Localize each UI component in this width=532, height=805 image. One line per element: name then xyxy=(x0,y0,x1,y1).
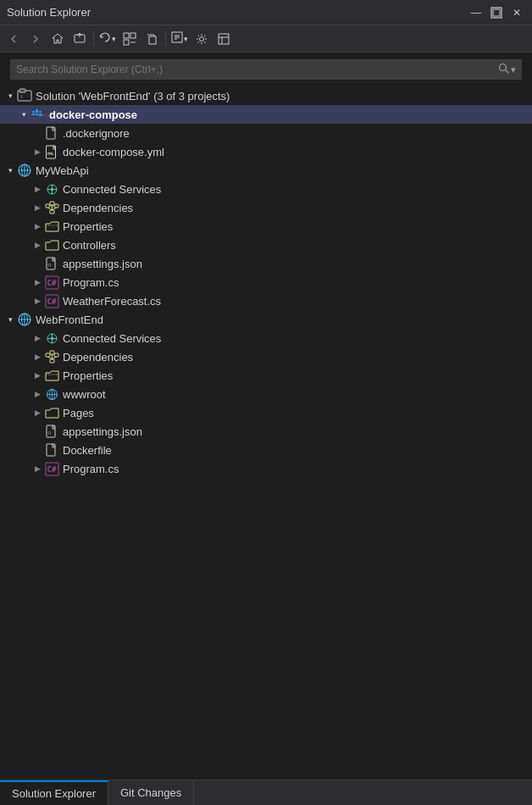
globe-icon-wwwroot xyxy=(44,386,59,402)
csharp-icon-webfrontend-program: C# xyxy=(44,461,59,476)
tree-item-dockerignore[interactable]: .dockerignore xyxy=(0,124,532,142)
svg-rect-62 xyxy=(50,351,54,354)
mywebapi-deps-expand: ▶ xyxy=(30,201,44,214)
forward-button[interactable] xyxy=(25,29,46,49)
svg-rect-20 xyxy=(36,109,38,111)
svg-point-10 xyxy=(500,64,507,71)
search-input[interactable] xyxy=(16,64,498,75)
tab-git-changes-label: Git Changes xyxy=(120,786,181,799)
webpublish-button[interactable] xyxy=(69,29,90,49)
mywebapi-connected-label: Connected Services xyxy=(63,183,161,196)
svg-point-56 xyxy=(50,336,53,340)
svg-text:S: S xyxy=(20,94,23,99)
svg-rect-14 xyxy=(32,111,35,113)
docker-compose-yml-label: docker-compose.yml xyxy=(63,146,164,158)
webfrontend-icon xyxy=(17,312,32,327)
mywebapi-deps-label: Dependencies xyxy=(63,202,133,214)
tree-item-webfrontend-connected[interactable]: ▶ Connected Services xyxy=(0,329,532,347)
dependencies-icon-webfrontend xyxy=(44,349,59,364)
tree-item-webfrontend-dockerfile[interactable]: Dockerfile xyxy=(0,441,532,459)
svg-point-8 xyxy=(200,36,204,41)
close-button[interactable]: ✕ xyxy=(508,4,525,21)
tree-item-mywebapi-deps[interactable]: ▶ Dependencies xyxy=(0,198,532,217)
pin-button[interactable]: — xyxy=(468,4,485,21)
search-bar[interactable]: ▾ xyxy=(10,59,522,80)
refresh-chevron: ▾ xyxy=(112,35,116,43)
webfrontend-props-expand: ▶ xyxy=(30,369,44,382)
pin-dock-button[interactable] xyxy=(488,4,505,21)
tree-item-mywebapi-connected[interactable]: ▶ Connected Services xyxy=(0,180,532,198)
mywebapi-program-expand: ▶ xyxy=(30,275,44,289)
svg-line-66 xyxy=(47,357,52,359)
tree-container[interactable]: ▾ S Solution 'WebFrontEnd' (3 of 3 proje… xyxy=(0,86,532,780)
svg-rect-19 xyxy=(39,114,42,115)
tree-item-mywebapi-props[interactable]: ▶ Properties xyxy=(0,217,532,236)
tab-git-changes[interactable]: Git Changes xyxy=(108,780,194,805)
mywebapi-program-label: Program.cs xyxy=(63,276,119,289)
svg-text:YML: YML xyxy=(47,152,53,156)
webfrontend-connected-expand: ▶ xyxy=(30,331,44,345)
svg-rect-35 xyxy=(50,202,54,205)
copy-button[interactable] xyxy=(141,29,162,49)
yml-icon: YML xyxy=(44,144,59,159)
tree-item-mywebapi-weatherforecast[interactable]: ▶ C# WeatherForecast.cs xyxy=(0,291,532,310)
tree-item-mywebapi-program[interactable]: ▶ C# Program.cs xyxy=(0,273,532,291)
webfrontend-wwwroot-label: wwwroot xyxy=(63,388,106,401)
bottom-tabs: Solution Explorer Git Changes xyxy=(0,780,532,805)
separator-2 xyxy=(165,31,166,47)
tree-item-webfrontend-props[interactable]: ▶ Properties xyxy=(0,366,532,385)
webfrontend-program-expand: ▶ xyxy=(30,462,44,475)
connected-services-icon-mywebapi xyxy=(44,181,59,197)
properties-dropdown[interactable]: ▾ xyxy=(169,29,190,49)
panel-title: Solution Explorer xyxy=(7,6,91,19)
tree-item-mywebapi-controllers[interactable]: ▶ Controllers xyxy=(0,236,532,254)
mywebapi-icon xyxy=(17,163,32,178)
search-dropdown-arrow[interactable]: ▾ xyxy=(511,64,516,75)
tree-item-webfrontend-appsettings[interactable]: {} appsettings.json xyxy=(0,422,532,441)
svg-line-67 xyxy=(52,357,56,359)
separator-1 xyxy=(93,31,94,47)
layout-button[interactable] xyxy=(213,29,234,49)
tab-solution-explorer-label: Solution Explorer xyxy=(12,787,96,800)
tree-item-webfrontend[interactable]: ▾ WebFrontEnd xyxy=(0,310,532,329)
svg-text:{}: {} xyxy=(47,430,52,435)
home-button[interactable] xyxy=(47,29,68,49)
json-icon-mywebapi: {} xyxy=(44,256,59,271)
svg-text:C#: C# xyxy=(47,297,56,306)
wrench-button[interactable] xyxy=(191,29,212,49)
refresh-icon xyxy=(99,31,111,46)
webfrontend-connected-label: Connected Services xyxy=(63,332,161,345)
svg-text:{}: {} xyxy=(47,263,52,267)
refresh-dropdown[interactable]: ▾ xyxy=(97,29,118,49)
tree-item-webfrontend-wwwroot[interactable]: ▶ wwwroot xyxy=(0,385,532,403)
svg-text:C#: C# xyxy=(47,465,56,474)
solution-item[interactable]: ▾ S Solution 'WebFrontEnd' (3 of 3 proje… xyxy=(0,86,532,105)
svg-rect-3 xyxy=(124,33,129,38)
back-button[interactable] xyxy=(3,29,24,49)
mywebapi-weatherforecast-expand: ▶ xyxy=(30,294,44,308)
svg-rect-1 xyxy=(493,9,500,16)
tree-item-mywebapi-appsettings[interactable]: {} appsettings.json xyxy=(0,254,532,273)
tree-item-webfrontend-pages[interactable]: ▶ Pages xyxy=(0,403,532,422)
collapse-button[interactable] xyxy=(119,29,140,49)
mywebapi-label: MyWebApi xyxy=(36,164,89,177)
tab-solution-explorer[interactable]: Solution Explorer xyxy=(0,780,108,805)
tree-item-docker-compose-yml[interactable]: ▶ YML docker-compose.yml xyxy=(0,142,532,161)
webfrontend-appsettings-label: appsettings.json xyxy=(63,425,142,438)
svg-rect-37 xyxy=(50,210,54,214)
mywebapi-props-label: Properties xyxy=(63,220,113,233)
svg-line-39 xyxy=(47,208,52,210)
tree-item-mywebapi[interactable]: ▾ MyWebApi xyxy=(0,161,532,180)
file-icon-dockerignore xyxy=(44,125,59,141)
json-icon-webfrontend: {} xyxy=(44,424,59,439)
dockerignore-label: .dockerignore xyxy=(63,127,130,140)
properties-icon xyxy=(171,31,183,46)
tree-item-webfrontend-deps[interactable]: ▶ Dependencies xyxy=(0,347,532,366)
title-bar-left: Solution Explorer xyxy=(7,6,91,19)
svg-rect-61 xyxy=(46,353,50,357)
tree-item-docker-compose[interactable]: ▾ docker-compose xyxy=(0,105,532,124)
svg-rect-12 xyxy=(19,89,25,92)
mywebapi-props-expand: ▶ xyxy=(30,219,44,233)
tree-item-webfrontend-program[interactable]: ▶ C# Program.cs xyxy=(0,459,532,478)
title-bar-right: — ✕ xyxy=(468,4,525,21)
